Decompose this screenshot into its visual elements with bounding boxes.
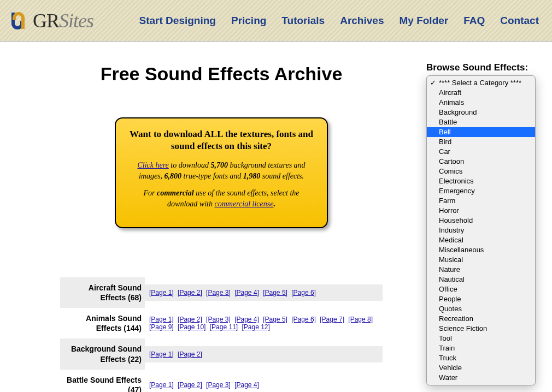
dropdown-option[interactable]: Bird [427, 137, 535, 147]
main-content: Free Sound Effects Archive Want to downl… [0, 41, 552, 392]
category-row: Animals Sound Effects (144)[Page 1] [Pag… [60, 308, 383, 338]
dropdown-option[interactable]: Medical [427, 235, 535, 245]
dropdown-option[interactable]: Comics [427, 167, 535, 176]
page-link[interactable]: [Page 11] [210, 323, 238, 331]
browse-label: Browse Sound Effects: [426, 62, 542, 73]
dropdown-option[interactable]: Aircraft [427, 88, 535, 98]
page-link[interactable]: [Page 4] [234, 316, 259, 323]
page-link[interactable]: [Page 7] [320, 316, 344, 323]
dropdown-option[interactable]: Recreation [427, 314, 535, 324]
logo-text: GRSites [33, 9, 93, 32]
promo-headline: Want to download ALL the textures, fonts… [128, 128, 315, 152]
dropdown-option[interactable]: Quotes [427, 304, 535, 314]
dropdown-option[interactable]: Tool [427, 334, 535, 343]
page-link[interactable]: [Page 2] [178, 351, 202, 358]
page-link[interactable]: [Page 1] [149, 381, 174, 389]
page-link[interactable]: [Page 5] [263, 316, 287, 323]
promo-paragraph-2: For commercial use of the sound effects,… [128, 188, 315, 209]
site-header: GRSites Start Designing Pricing Tutorial… [0, 0, 552, 41]
dropdown-option[interactable]: Cartoon [427, 157, 535, 167]
page-link[interactable]: [Page 1] [149, 351, 174, 358]
dropdown-option[interactable]: Truck [427, 353, 535, 363]
page-link[interactable]: [Page 8] [348, 316, 373, 323]
commercial-license-link[interactable]: commercial license [214, 200, 273, 208]
page-link[interactable]: [Page 3] [206, 289, 231, 296]
promo-click-here-link[interactable]: Click here [137, 161, 168, 169]
page-link[interactable]: [Page 4] [234, 381, 259, 389]
dropdown-option[interactable]: Animals [427, 98, 535, 108]
dropdown-option[interactable]: Household [427, 216, 535, 225]
page-link[interactable]: [Page 12] [242, 323, 269, 331]
category-pages: [Page 1] [Page 2] [145, 346, 383, 363]
dropdown-option[interactable]: Battle [427, 117, 535, 127]
dropdown-option[interactable]: Nautical [427, 275, 535, 284]
dropdown-option[interactable]: **** Select a Category **** [427, 78, 535, 88]
page-link[interactable]: [Page 3] [206, 381, 231, 389]
nav-start-designing[interactable]: Start Designing [139, 15, 216, 27]
page-link[interactable]: [Page 1] [149, 289, 174, 296]
category-pages: [Page 1] [Page 2] [Page 3] [Page 4] [Pag… [145, 311, 383, 335]
page-link[interactable]: [Page 2] [178, 381, 202, 389]
nav-archives[interactable]: Archives [340, 15, 384, 27]
dropdown-option[interactable]: Nature [427, 265, 535, 275]
category-name: Battle Sound Effects (47) [60, 370, 145, 392]
dropdown-option[interactable]: Vehicle [427, 363, 535, 373]
dropdown-option[interactable]: Musical [427, 255, 535, 265]
dropdown-option[interactable]: Farm [427, 196, 535, 206]
dropdown-option[interactable]: Background [427, 108, 535, 117]
browse-panel: Browse Sound Effects: **** Select a Cate… [426, 62, 542, 385]
nav-contact[interactable]: Contact [500, 15, 539, 27]
nav-tutorials[interactable]: Tutorials [281, 15, 325, 27]
category-row: Aircraft Sound Effects (68)[Page 1] [Pag… [60, 277, 383, 308]
dropdown-option[interactable]: Car [427, 147, 535, 157]
page-link[interactable]: [Page 2] [178, 316, 202, 323]
category-row: Background Sound Effects (22)[Page 1] [P… [60, 338, 383, 369]
dropdown-option[interactable]: Emergency [427, 186, 535, 196]
site-logo[interactable]: GRSites [7, 9, 93, 32]
category-dropdown[interactable]: **** Select a Category ****AircraftAnima… [426, 75, 536, 385]
dropdown-option[interactable]: Electronics [427, 176, 535, 186]
dropdown-option[interactable]: Water [427, 373, 535, 383]
category-table: Aircraft Sound Effects (68)[Page 1] [Pag… [60, 277, 383, 392]
dropdown-option[interactable]: People [427, 294, 535, 304]
page-link[interactable]: [Page 3] [206, 316, 231, 323]
dropdown-option[interactable]: Office [427, 284, 535, 294]
page-link[interactable]: [Page 10] [178, 323, 205, 331]
page-link[interactable]: [Page 4] [234, 289, 259, 296]
page-link[interactable]: [Page 1] [149, 316, 174, 323]
promo-paragraph-1: Click here to download 5,700 background … [128, 160, 315, 181]
nav-faq[interactable]: FAQ [463, 15, 485, 27]
dropdown-option[interactable]: Train [427, 343, 535, 353]
page-link[interactable]: [Page 6] [291, 316, 316, 323]
dropdown-option[interactable]: Science Fiction [427, 324, 535, 334]
page-link[interactable]: [Page 6] [291, 289, 316, 296]
nav-my-folder[interactable]: My Folder [399, 15, 448, 27]
page-link[interactable]: [Page 5] [263, 289, 287, 296]
dropdown-option[interactable]: Miscellaneous [427, 245, 535, 255]
category-pages: [Page 1] [Page 2] [Page 3] [Page 4] [145, 377, 383, 392]
category-name: Animals Sound Effects (144) [60, 308, 145, 338]
promo-box: Want to download ALL the textures, fonts… [115, 117, 328, 228]
category-pages: [Page 1] [Page 2] [Page 3] [Page 4] [Pag… [145, 284, 383, 301]
page-link[interactable]: [Page 2] [178, 289, 202, 296]
dropdown-option[interactable]: Bell [427, 127, 535, 137]
main-nav: Start Designing Pricing Tutorials Archiv… [139, 15, 545, 27]
category-name: Aircraft Sound Effects (68) [60, 277, 145, 308]
page-link[interactable]: [Page 9] [149, 323, 174, 331]
dropdown-option[interactable]: Industry [427, 225, 535, 235]
category-row: Battle Sound Effects (47)[Page 1] [Page … [60, 370, 383, 392]
category-name: Background Sound Effects (22) [60, 338, 145, 369]
dropdown-option[interactable]: Horror [427, 206, 535, 216]
nav-pricing[interactable]: Pricing [231, 15, 266, 27]
logo-icon [7, 9, 30, 32]
